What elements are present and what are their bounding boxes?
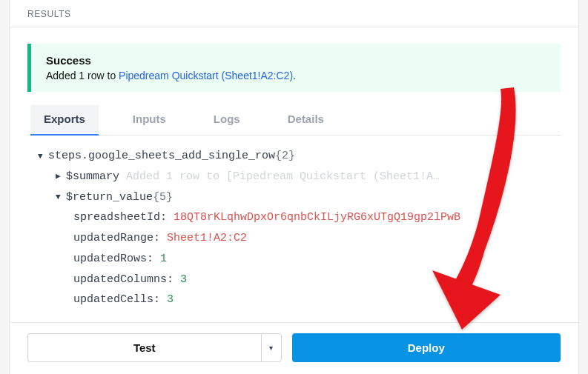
tree-kv-row: updatedRange: Sheet1!A2:C2 [38,228,561,249]
test-button[interactable]: Test [27,333,261,362]
tree-kv-row: updatedRows: 1 [38,249,561,270]
test-dropdown-button[interactable]: ▾ [261,333,282,362]
tabs: Exports Inputs Logs Details [27,105,561,136]
tree-kv-value: 3 [167,290,174,310]
success-link[interactable]: Pipedream Quickstart (Sheet1!A2:C2) [119,70,293,81]
tab-details[interactable]: Details [274,105,337,136]
caret-down-icon: ▼ [56,190,66,204]
tree-summary-key: $summary [66,167,119,187]
tab-exports[interactable]: Exports [30,105,99,136]
tree-return-value[interactable]: ▼ $return_value {5} [38,187,561,208]
success-message-prefix: Added 1 row to [46,70,119,81]
tree-kv-key: updatedRows: [73,249,153,270]
caret-right-icon: ▶ [56,169,66,184]
tree-root[interactable]: ▼ steps.google_sheets_add_single_row {2} [38,146,561,167]
tree-return-key: $return_value [66,187,153,208]
tab-logs[interactable]: Logs [200,105,254,136]
tree-kv-row: updatedColumns: 3 [38,270,561,290]
deploy-button[interactable]: Deploy [292,333,561,362]
chevron-down-icon: ▾ [269,344,273,352]
tree-kv-value: Sheet1!A2:C2 [167,228,247,249]
tree-kv-value: 3 [180,270,187,290]
success-message-suffix: . [293,70,296,81]
tree-kv-row: updatedCells: 3 [38,290,561,310]
tree-root-count: {2} [275,146,295,167]
tree-root-label: steps.google_sheets_add_single_row [48,146,275,167]
tree-kv-key: updatedCells: [73,290,160,310]
results-header: RESULTS [10,0,578,27]
success-banner: Success Added 1 row to Pipedream Quickst… [27,44,561,92]
tree-kv-key: spreadsheetId: [73,207,167,228]
caret-down-icon: ▼ [38,149,48,164]
tree-kv-key: updatedColumns: [73,270,174,290]
tree-summary-preview: Added 1 row to [Pipedream Quickstart (Sh… [126,167,440,187]
tree-kv-key: updatedRange: [73,228,160,249]
tree-kv-row: spreadsheetId: 18QT8rKLqhwDpxOr6qnbCkILj… [38,207,561,228]
tree-summary[interactable]: ▶ $summary Added 1 row to [Pipedream Qui… [38,167,561,187]
tree-kv-value: 1 [160,249,167,270]
tree-kv-value: 18QT8rKLqhwDpxOr6qnbCkILjyRG6xUTgQ19gp2l… [174,207,460,228]
exports-tree: ▼ steps.google_sheets_add_single_row {2}… [27,136,561,319]
tree-return-count: {5} [153,187,173,208]
success-message: Added 1 row to Pipedream Quickstart (She… [46,70,546,81]
button-bar: Test ▾ Deploy [10,322,578,374]
tab-inputs[interactable]: Inputs [119,105,179,136]
success-title: Success [46,54,546,67]
